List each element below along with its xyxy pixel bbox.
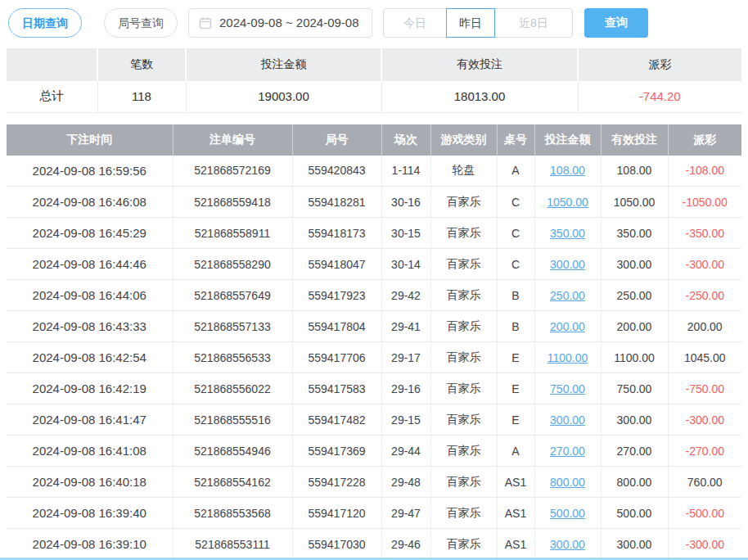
summary-header-row: 笔数 投注金额 有效投注 派彩 xyxy=(7,48,741,81)
cell-session: 29-42 xyxy=(381,280,430,311)
cell-bet-id: 521868558911 xyxy=(173,218,292,249)
calendar-icon xyxy=(199,16,212,29)
table-row: 2024-09-08 16:59:56521868572169559420843… xyxy=(7,156,741,187)
cell-bet-amount: 500.00 xyxy=(534,498,601,529)
cell-bet-time: 2024-09-08 16:39:10 xyxy=(7,529,173,560)
summary-total-bet-amount: 19003.00 xyxy=(186,81,381,112)
bet-amount-link[interactable]: 108.00 xyxy=(550,164,585,177)
cell-game-type: 百家乐 xyxy=(430,311,497,342)
col-header-table-id: 桌号 xyxy=(497,124,534,156)
cell-round-id: 559418173 xyxy=(292,218,381,249)
bet-table-body: 2024-09-08 16:59:56521868572169559420843… xyxy=(7,156,741,560)
cell-bet-time: 2024-09-08 16:39:40 xyxy=(7,498,173,529)
cell-table-id: AS1 xyxy=(497,529,534,560)
bet-amount-link[interactable]: 800.00 xyxy=(550,476,585,489)
bet-amount-link[interactable]: 750.00 xyxy=(550,382,585,395)
table-row: 2024-09-08 16:42:54521868556533559417706… xyxy=(7,342,741,373)
cell-bet-id: 521868556533 xyxy=(173,342,292,373)
cell-payout: -250.00 xyxy=(668,280,741,311)
cell-valid-bet: 350.00 xyxy=(601,218,668,249)
cell-bet-time: 2024-09-08 16:59:56 xyxy=(7,156,173,187)
summary-total-valid-bet: 18013.00 xyxy=(381,81,578,112)
date-range-value: 2024-09-08 ~ 2024-09-08 xyxy=(219,16,359,29)
table-row: 2024-09-08 16:39:40521868553568559417120… xyxy=(7,498,741,529)
col-header-session: 场次 xyxy=(381,124,430,156)
cell-table-id: E xyxy=(497,342,534,373)
filter-yesterday-button[interactable]: 昨日 xyxy=(446,8,495,38)
date-range-input[interactable]: 2024-09-08 ~ 2024-09-08 xyxy=(188,8,372,38)
cell-bet-amount: 300.00 xyxy=(534,529,601,560)
cell-bet-id: 521868555516 xyxy=(173,404,292,436)
cell-session: 29-17 xyxy=(381,342,430,373)
cell-table-id: AS1 xyxy=(497,467,534,498)
cell-game-type: 百家乐 xyxy=(430,249,497,280)
cell-valid-bet: 500.00 xyxy=(601,498,668,529)
bet-amount-link[interactable]: 300.00 xyxy=(550,538,585,551)
date-query-button[interactable]: 日期查询 xyxy=(8,8,82,38)
cell-payout: -350.00 xyxy=(668,218,741,249)
cell-bet-id: 521868558290 xyxy=(173,249,292,280)
cell-session: 1-114 xyxy=(381,156,430,187)
cell-valid-bet: 270.00 xyxy=(601,436,668,467)
cell-bet-amount: 350.00 xyxy=(534,218,601,249)
cell-bet-time: 2024-09-08 16:43:33 xyxy=(7,311,173,342)
cell-bet-id: 521868557649 xyxy=(173,280,292,311)
cell-round-id: 559417706 xyxy=(292,342,381,373)
cell-round-id: 559417228 xyxy=(292,467,381,498)
cell-table-id: A xyxy=(497,436,534,467)
cell-bet-time: 2024-09-08 16:41:47 xyxy=(7,404,173,436)
cell-table-id: C xyxy=(497,187,534,218)
cell-payout: -300.00 xyxy=(668,404,741,436)
cell-round-id: 559417120 xyxy=(292,498,381,529)
bet-table-header-row: 下注时间注单编号局号场次游戏类别桌号投注金额有效投注派彩 xyxy=(7,124,741,156)
col-header-payout: 派彩 xyxy=(668,124,741,156)
bet-amount-link[interactable]: 250.00 xyxy=(550,289,585,302)
filter-last8days-button[interactable]: 近8日 xyxy=(494,8,573,38)
col-header-game-type: 游戏类别 xyxy=(430,124,497,156)
cell-bet-amount: 250.00 xyxy=(534,280,601,311)
cell-bet-time: 2024-09-08 16:44:06 xyxy=(7,280,173,311)
table-row: 2024-09-08 16:43:33521868557133559417804… xyxy=(7,311,741,342)
table-row: 2024-09-08 16:46:08521868559418559418281… xyxy=(7,187,741,218)
cell-game-type: 百家乐 xyxy=(430,187,497,218)
bet-amount-link[interactable]: 1050.00 xyxy=(547,196,588,209)
cell-valid-bet: 750.00 xyxy=(601,373,668,404)
cell-game-type: 百家乐 xyxy=(430,280,497,311)
cell-payout: -1050.00 xyxy=(668,187,741,218)
cell-table-id: C xyxy=(497,218,534,249)
cell-bet-id: 521868572169 xyxy=(173,156,292,187)
round-query-button[interactable]: 局号查询 xyxy=(104,8,178,38)
bet-amount-link[interactable]: 300.00 xyxy=(550,258,585,271)
cell-session: 29-46 xyxy=(381,529,430,560)
cell-bet-time: 2024-09-08 16:40:18 xyxy=(7,467,173,498)
quick-filter-group: 今日 昨日 近8日 xyxy=(383,8,573,38)
summary-header-valid-bet: 有效投注 xyxy=(381,48,578,81)
bet-amount-link[interactable]: 200.00 xyxy=(550,320,585,333)
cell-game-type: 百家乐 xyxy=(430,529,497,560)
cell-round-id: 559417923 xyxy=(292,280,381,311)
cell-valid-bet: 300.00 xyxy=(601,404,668,436)
cell-valid-bet: 200.00 xyxy=(601,311,668,342)
cell-table-id: B xyxy=(497,280,534,311)
cell-valid-bet: 300.00 xyxy=(601,529,668,560)
summary-table: 笔数 投注金额 有效投注 派彩 总计 118 19003.00 18013.00… xyxy=(7,48,741,113)
col-header-bet-amount: 投注金额 xyxy=(534,124,601,156)
filter-today-button[interactable]: 今日 xyxy=(383,8,447,38)
search-button[interactable]: 查询 xyxy=(584,8,648,38)
col-header-bet-id: 注单编号 xyxy=(173,124,292,156)
bet-amount-link[interactable]: 350.00 xyxy=(550,227,585,240)
table-row: 2024-09-08 16:41:47521868555516559417482… xyxy=(7,404,741,436)
cell-bet-amount: 200.00 xyxy=(534,311,601,342)
bet-amount-link[interactable]: 500.00 xyxy=(550,507,585,520)
bet-amount-link[interactable]: 1100.00 xyxy=(547,351,588,364)
bet-amount-link[interactable]: 270.00 xyxy=(550,445,585,458)
cell-round-id: 559417369 xyxy=(292,436,381,467)
bet-table: 下注时间注单编号局号场次游戏类别桌号投注金额有效投注派彩 2024-09-08 … xyxy=(7,124,741,560)
cell-bet-id: 521868553111 xyxy=(173,529,292,560)
table-row: 2024-09-08 16:40:18521868554162559417228… xyxy=(7,467,741,498)
cell-session: 29-48 xyxy=(381,467,430,498)
bet-amount-link[interactable]: 300.00 xyxy=(550,413,585,427)
cell-bet-time: 2024-09-08 16:44:46 xyxy=(7,249,173,280)
cell-game-type: 百家乐 xyxy=(430,373,497,404)
cell-bet-id: 521868553568 xyxy=(173,498,292,529)
